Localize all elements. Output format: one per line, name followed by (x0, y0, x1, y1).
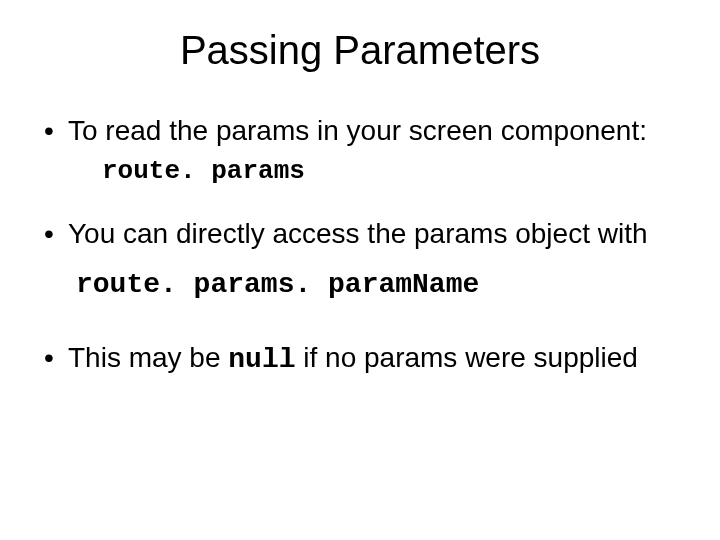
code-snippet-1: route. params (102, 156, 680, 186)
inline-code-null: null (228, 344, 295, 375)
code-snippet-2: route. params. paramName (76, 269, 680, 300)
slide-title: Passing Parameters (40, 28, 680, 73)
slide: Passing Parameters To read the params in… (0, 0, 720, 540)
bullet-3-post: if no params were supplied (296, 342, 638, 373)
bullet-list-3: This may be null if no params were suppl… (40, 340, 680, 377)
bullet-3-pre: This may be (68, 342, 228, 373)
bullet-3: This may be null if no params were suppl… (40, 340, 680, 377)
bullet-1-text: To read the params in your screen compon… (68, 115, 647, 146)
bullet-list: To read the params in your screen compon… (40, 113, 680, 148)
bullet-1: To read the params in your screen compon… (40, 113, 680, 148)
bullet-2: You can directly access the params objec… (40, 216, 680, 251)
bullet-list-2: You can directly access the params objec… (40, 216, 680, 251)
bullet-2-text: You can directly access the params objec… (68, 218, 647, 249)
